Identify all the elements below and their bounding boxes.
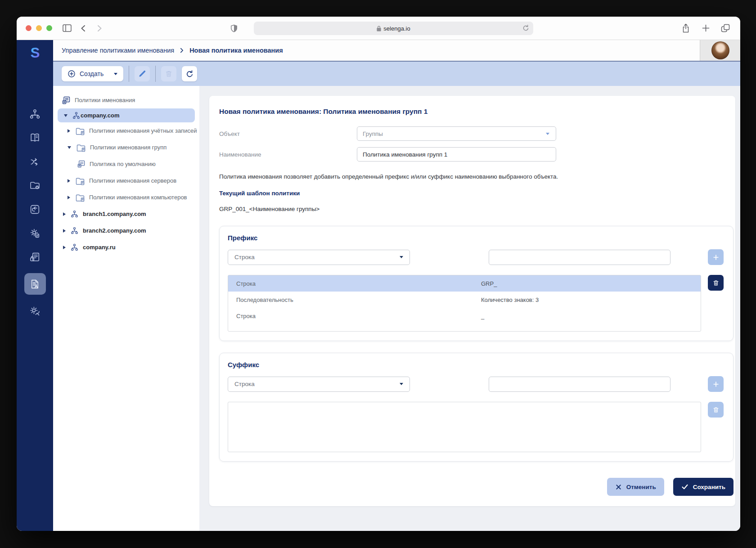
back-icon[interactable]: [76, 22, 90, 35]
policy-doc-icon: [62, 96, 71, 105]
form-title: Новая политика именования: Политика имен…: [219, 108, 728, 116]
user-avatar[interactable]: [711, 41, 729, 59]
suffix-parts-list: [228, 402, 701, 452]
tree-root[interactable]: Политики именования: [53, 92, 199, 108]
prefix-delete-button[interactable]: [708, 275, 724, 291]
cancel-button[interactable]: Отменить: [607, 478, 664, 496]
folder-policy-icon: [75, 193, 85, 202]
refresh-button[interactable]: [182, 66, 197, 81]
trash-icon: [165, 70, 173, 78]
caret-down-icon[interactable]: [64, 114, 68, 117]
caret-down-icon: [400, 256, 403, 258]
shield-icon[interactable]: [227, 22, 241, 35]
sidebar-item-automation[interactable]: [24, 225, 46, 241]
tree-item-group-policies[interactable]: Политики именования групп: [53, 139, 199, 156]
policy-doc-icon: [77, 160, 86, 168]
sidebar-item-routes[interactable]: [24, 154, 46, 169]
caret-right-icon[interactable]: [63, 212, 66, 216]
svg-text:S: S: [30, 45, 40, 61]
tree-item-label: company.ru: [83, 244, 116, 251]
sidebar-item-security-docs[interactable]: [24, 249, 46, 265]
tree-item-branch1[interactable]: branch1.company.com: [53, 206, 199, 222]
folder-policy-icon: [75, 176, 85, 185]
prefix-row[interactable]: Последовательность Количество знаков: 3: [228, 292, 701, 308]
caret-down-icon: [114, 73, 117, 75]
sidebar-item-naming-policies[interactable]: [24, 273, 46, 295]
breadcrumb-parent-link[interactable]: Управление политиками именования: [62, 47, 174, 54]
caret-right-icon[interactable]: [68, 196, 70, 199]
caret-right-icon[interactable]: [63, 229, 66, 233]
prefix-type-select[interactable]: Строка: [228, 250, 410, 265]
pencil-icon: [138, 70, 146, 78]
prefix-row[interactable]: Строка _: [228, 308, 701, 324]
tree-item-account-policies[interactable]: Политики именования учётных записей: [53, 122, 199, 139]
book-icon: [29, 132, 40, 144]
folder-gear-icon: [29, 180, 40, 191]
sidebar-item-rollback[interactable]: [24, 202, 46, 217]
tree-item-label: branch1.company.com: [83, 211, 146, 217]
tree-item-label: Политика по умолчанию: [90, 161, 156, 167]
suffix-value-input[interactable]: [489, 377, 670, 392]
address-bar[interactable]: selenga.io: [254, 22, 533, 35]
prefix-add-button[interactable]: [708, 249, 724, 265]
zoom-window-button[interactable]: [46, 25, 52, 31]
save-button-label: Сохранить: [693, 484, 725, 490]
gear-check-icon: [29, 228, 40, 239]
caret-down-icon[interactable]: [68, 146, 71, 149]
prefix-row-value: GRP_: [481, 280, 497, 287]
suffix-delete-button[interactable]: [708, 402, 724, 418]
tree-panel: Политики именования company.com: [53, 86, 199, 531]
sidebar-toggle-icon[interactable]: [60, 22, 74, 35]
close-window-button[interactable]: [26, 25, 32, 31]
tree-item-label: Политики именования серверов: [89, 177, 176, 184]
suffix-section: Суффикс Строка: [219, 353, 734, 462]
tree-item-branch2[interactable]: branch2.company.com: [53, 222, 199, 239]
save-button[interactable]: Сохранить: [673, 478, 734, 496]
routes-icon: [29, 156, 40, 167]
prefix-value-input[interactable]: [489, 250, 670, 265]
delete-button[interactable]: [161, 66, 176, 81]
edit-button[interactable]: [135, 66, 150, 81]
prefix-heading: Префикс: [228, 234, 733, 242]
caret-right-icon[interactable]: [63, 246, 66, 249]
prefix-row-type: Строка: [228, 313, 481, 319]
tabs-icon[interactable]: [719, 21, 732, 35]
name-label: Наименование: [219, 151, 357, 158]
domain-icon: [70, 210, 79, 218]
tree-item-server-policies[interactable]: Политики именования серверов: [53, 172, 199, 189]
sidebar-item-settings[interactable]: [24, 303, 46, 319]
name-input[interactable]: [357, 147, 556, 162]
tree-item-computer-policies[interactable]: Политики именования компьютеров: [53, 189, 199, 206]
tree-item-company-ru[interactable]: company.ru: [53, 239, 199, 256]
prefix-row-value: _: [481, 313, 484, 319]
caret-right-icon[interactable]: [68, 179, 70, 183]
policy-description: Политика именования позволяет добавить о…: [219, 173, 728, 180]
sidebar-item-structure[interactable]: [24, 106, 46, 121]
share-icon[interactable]: [679, 21, 693, 35]
suffix-type-select[interactable]: Строка: [228, 377, 410, 392]
suffix-add-button[interactable]: [708, 376, 724, 392]
header-user-area: [700, 40, 740, 61]
tree-item-company-com[interactable]: company.com: [58, 108, 195, 122]
caret-right-icon[interactable]: [68, 129, 70, 133]
tree-item-label: branch2.company.com: [83, 227, 146, 234]
reload-icon[interactable]: [522, 24, 530, 33]
new-tab-icon[interactable]: [699, 21, 712, 35]
minimize-window-button[interactable]: [36, 25, 42, 31]
object-select[interactable]: Группы: [357, 126, 556, 141]
lock-icon: [377, 26, 381, 31]
object-select-value: Группы: [363, 130, 383, 137]
plus-icon: [712, 254, 720, 261]
selenga-logo[interactable]: S: [27, 44, 43, 62]
prefix-row[interactable]: Строка GRP_: [228, 275, 701, 292]
sidebar-item-resources[interactable]: [24, 178, 46, 193]
document-naming-icon: [29, 278, 40, 290]
forward-icon[interactable]: [93, 22, 106, 35]
toolbar-separator: [155, 66, 156, 82]
create-button[interactable]: Создать: [62, 66, 123, 81]
tree-item-default-policy[interactable]: Политика по умолчанию: [53, 156, 199, 172]
tree-root-label: Политики именования: [75, 97, 135, 103]
sidebar-item-catalog[interactable]: [24, 130, 46, 145]
caret-down-icon: [546, 133, 549, 135]
return-icon: [29, 204, 40, 215]
